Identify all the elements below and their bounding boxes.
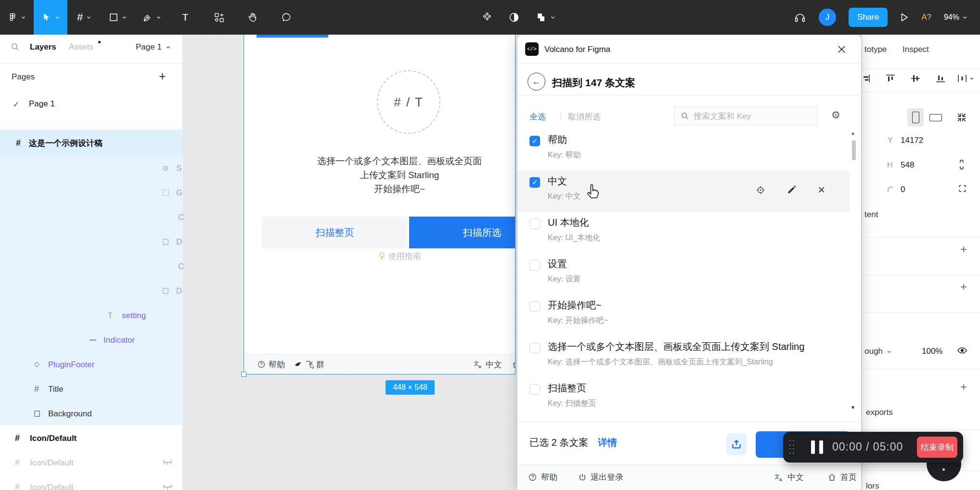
present-play-icon[interactable] (900, 13, 909, 22)
collapse-arrows-icon[interactable] (956, 112, 967, 123)
layer-row-icon-default[interactable]: #Icon/Default (0, 475, 183, 490)
checkbox-unchecked[interactable] (529, 301, 540, 312)
align-right-icon[interactable] (863, 74, 871, 83)
add-section-button[interactable]: + (960, 280, 967, 294)
design-help-link[interactable]: 帮助 (257, 359, 285, 370)
settings-gear-icon[interactable]: ⚙ (831, 109, 840, 121)
deselect-all-link[interactable]: 取消所选 (568, 111, 601, 122)
plugin-language-link[interactable]: 文A 中文 (774, 472, 804, 483)
select-all-link[interactable]: 全选 (529, 111, 546, 122)
copy-item[interactable]: ✓中文Key: 中文× (517, 170, 850, 212)
height-value[interactable]: 548 (901, 160, 914, 170)
drag-handle-icon[interactable] (789, 440, 795, 454)
constrain-proportions-icon[interactable] (958, 158, 966, 171)
checkbox-unchecked[interactable] (529, 384, 540, 395)
landscape-orientation-button[interactable] (927, 108, 945, 127)
close-icon[interactable] (835, 43, 848, 55)
checkbox-unchecked[interactable] (529, 260, 540, 271)
pen-tool[interactable] (135, 0, 168, 35)
layer-row-c[interactable]: C (0, 254, 183, 279)
scan-selection-button[interactable]: 扫描所选 (409, 217, 516, 248)
layer-row-pluginfooter[interactable]: PluginFooter (0, 352, 183, 377)
visibility-eye-icon[interactable] (957, 347, 967, 354)
copy-item[interactable]: 设置Key: 设置 (517, 253, 850, 295)
headphones-icon[interactable] (794, 11, 806, 24)
layer-row-icon-default[interactable]: #Icon/Default (0, 426, 183, 451)
home-link[interactable]: 首页 (827, 472, 857, 483)
tab-prototype-fragment[interactable]: totype (864, 45, 887, 54)
usage-guide-link[interactable]: 使用指南 (244, 251, 516, 262)
remove-x-icon[interactable]: × (818, 185, 825, 195)
frame-tool[interactable]: # (67, 0, 101, 35)
share-button[interactable]: Share (849, 8, 888, 27)
resources-tool[interactable] (202, 0, 236, 35)
add-section-button[interactable]: + (960, 243, 967, 256)
copy-item[interactable]: 扫描整页Key: 扫描整页 (517, 377, 850, 418)
logout-link[interactable]: 退出登录 (578, 472, 623, 483)
checkbox-unchecked[interactable] (529, 343, 540, 353)
selection-handle[interactable] (241, 372, 246, 377)
scroll-down-arrow[interactable]: ▼ (851, 405, 855, 410)
corner-radius-value[interactable]: 0 (901, 185, 905, 194)
scan-full-page-button[interactable]: 扫描整页 (262, 217, 408, 248)
portrait-orientation-button[interactable] (907, 108, 924, 127)
accessibility-badge[interactable]: A? (921, 13, 931, 22)
blend-mode-dropdown[interactable]: ough (864, 347, 892, 356)
layer-row-s[interactable]: ⚙S (0, 156, 183, 181)
tab-inspect[interactable]: Inspect (903, 45, 929, 54)
copy-item[interactable]: 开始操作吧~Key: 开始操作吧~ (517, 295, 850, 336)
search-input[interactable]: 搜索文案和 Key (674, 106, 818, 126)
shape-tool[interactable] (101, 0, 135, 35)
variants-icon[interactable] (481, 12, 493, 23)
layer-row-setting[interactable]: Tsetting (0, 303, 183, 328)
hand-tool[interactable] (236, 0, 270, 35)
hidden-eye-icon[interactable] (162, 484, 173, 490)
copy-item[interactable]: 选择一个或多个文本图层、画板或全页面上传文案到 StarlingKey: 选择一… (517, 336, 850, 377)
layer-row-background[interactable]: Background (0, 401, 183, 426)
checkbox-checked[interactable]: ✓ (529, 136, 540, 146)
layer-row-这是一个示例设计稿[interactable]: #这是一个示例设计稿 (0, 130, 183, 156)
independent-corners-icon[interactable] (958, 184, 967, 193)
page-item[interactable]: Page 1 (29, 99, 55, 109)
layer-row-c[interactable]: C (0, 205, 183, 230)
boolean-groups-dropdown[interactable] (535, 12, 555, 23)
checkbox-checked[interactable]: ✓ (529, 177, 540, 188)
details-link[interactable]: 详情 (598, 436, 617, 449)
tab-layers[interactable]: Layers (30, 42, 56, 52)
figma-menu[interactable] (0, 0, 34, 35)
layer-row-d[interactable]: D (0, 230, 183, 254)
layer-row-indicator[interactable]: Indicator (0, 328, 183, 352)
edit-pencil-icon[interactable] (787, 185, 797, 195)
zoom-level-dropdown[interactable]: 94% (944, 13, 967, 22)
align-vertical-centers-icon[interactable] (910, 74, 921, 83)
design-language-link[interactable]: 文A 中文 (473, 359, 502, 370)
move-tool[interactable] (34, 0, 67, 35)
layer-row-g[interactable]: G (0, 181, 183, 205)
copy-item[interactable]: UI 本地化Key: UI_本地化 (517, 212, 850, 253)
layer-row-d[interactable]: D (0, 279, 183, 303)
design-home-icon[interactable] (512, 360, 516, 369)
avatar[interactable]: J (819, 9, 836, 26)
hidden-eye-icon[interactable] (162, 460, 173, 466)
locate-target-icon[interactable] (755, 185, 766, 195)
page-selector[interactable]: Page 1 (136, 42, 171, 52)
tidy-up-dropdown[interactable] (956, 74, 974, 83)
design-community-link[interactable]: 飞 群 (294, 359, 324, 370)
add-export-button[interactable]: + (960, 380, 967, 394)
comment-tool[interactable] (270, 0, 303, 35)
opacity-value[interactable]: 100% (922, 347, 942, 356)
y-coordinate-value[interactable]: 14172 (901, 136, 923, 145)
scrollbar-thumb[interactable] (852, 140, 856, 160)
text-tool[interactable]: T (168, 0, 202, 35)
add-page-button[interactable]: + (159, 69, 166, 83)
design-frame[interactable]: # / T 选择一个或多个文本图层、画板或全页面 上传文案到 Starling … (244, 35, 516, 374)
copy-item[interactable]: ✓帮助Key: 帮助 (517, 129, 850, 170)
scroll-up-arrow[interactable]: ▲ (851, 130, 855, 136)
clip-content-fragment[interactable]: tent (864, 210, 878, 219)
checkbox-unchecked[interactable] (529, 219, 540, 229)
upload-button[interactable] (726, 433, 747, 455)
stop-recording-button[interactable]: 结束录制 (917, 437, 957, 458)
search-icon[interactable] (11, 42, 20, 52)
pause-button[interactable] (811, 440, 815, 454)
pause-button[interactable] (819, 440, 823, 454)
